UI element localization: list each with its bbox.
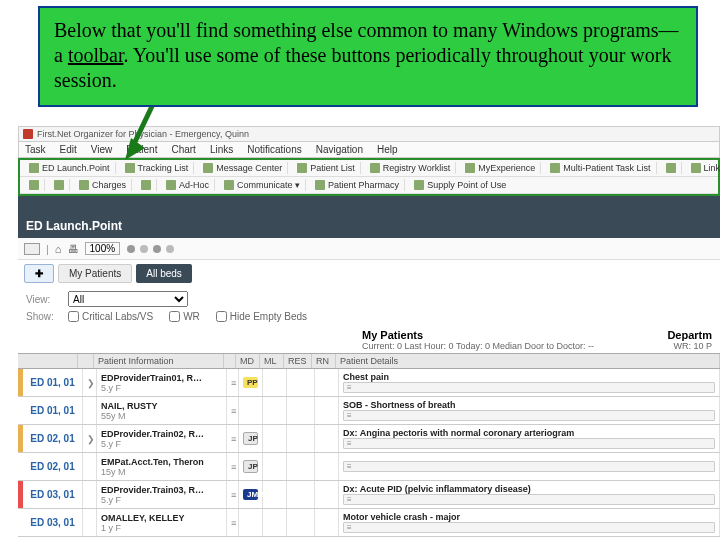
col-patient-info: Patient Information (94, 354, 224, 368)
patient-tabs: ✚ My Patients All beds (18, 260, 720, 287)
menu-view[interactable]: View (91, 144, 113, 155)
svg-marker-1 (125, 138, 145, 160)
res-cell (287, 397, 315, 424)
callout-underlined: toolbar (68, 44, 124, 66)
ml-cell (263, 397, 287, 424)
table-row[interactable]: ED 01, 01❯EDProviderTrain01, R…5.y F≡PPC… (18, 369, 720, 397)
multi-icon (550, 163, 560, 173)
details-cell: Motor vehicle crash - major≡ (339, 509, 720, 536)
menu-help[interactable]: Help (377, 144, 398, 155)
toolbar-row-2: Charges Ad-Hoc Communicate ▾ Patient Pha… (20, 177, 718, 194)
rn-cell (315, 481, 339, 508)
toolbar-registry-worklist[interactable]: Registry Worklist (365, 162, 456, 174)
expand-chevron-icon[interactable]: ❯ (83, 369, 97, 396)
ml-cell (263, 509, 287, 536)
table-row[interactable]: ED 03, 01EDProvider.Train03, R…5.y F≡JMR… (18, 481, 720, 509)
toolbar-tracking-list[interactable]: Tracking List (120, 162, 195, 174)
table-row[interactable]: ED 02, 01EMPat.Acct.Ten, Theron15y M≡JP≡ (18, 453, 720, 481)
expand-chevron-icon[interactable]: ❯ (83, 425, 97, 452)
tab-my-patients[interactable]: My Patients (58, 264, 132, 283)
ml-cell (263, 481, 287, 508)
view-label: View: (26, 294, 62, 305)
menu-task[interactable]: Task (25, 144, 46, 155)
expand-chevron-icon[interactable] (83, 453, 97, 480)
tab-all-beds[interactable]: All beds (136, 264, 192, 283)
section-header: ED Launch.Point (18, 214, 720, 238)
toolbar-patient-pharmacy[interactable]: Patient Pharmacy (310, 179, 405, 191)
pill-icon (315, 180, 325, 190)
menubar: Task Edit View Patient Chart Links Notif… (18, 142, 720, 158)
money-icon (79, 180, 89, 190)
dashboard-icon (29, 163, 39, 173)
toolbar-dropdown[interactable] (136, 179, 157, 191)
user-icon (29, 180, 39, 190)
ml-cell (263, 425, 287, 452)
nav-sep: | (46, 243, 49, 255)
link-icon (691, 163, 701, 173)
table-row[interactable]: ED 03, 01OMALLEY, KELLEY1 y F≡Motor vehi… (18, 509, 720, 537)
toolbar-ed-launchpoint[interactable]: ED Launch.Point (24, 162, 116, 174)
md-cell: JP (239, 453, 263, 480)
toolbar-screen[interactable] (49, 179, 70, 191)
people-icon (297, 163, 307, 173)
details-cell: SOB - Shortness of breath≡ (339, 397, 720, 424)
expand-chevron-icon[interactable] (83, 397, 97, 424)
toolbar-overflow-1[interactable] (661, 162, 682, 174)
res-cell (287, 509, 315, 536)
col-flag (224, 354, 236, 368)
toolbar-communicate[interactable]: Communicate ▾ (219, 179, 306, 191)
toolbar-charges[interactable]: Charges (74, 179, 132, 191)
room-cell: ED 01, 01 (23, 397, 83, 424)
toolbar-adhoc[interactable]: Ad-Hoc (161, 179, 215, 191)
view-select[interactable]: All (68, 291, 188, 307)
rn-cell (315, 509, 339, 536)
col-rn: RN (312, 354, 336, 368)
menu-edit[interactable]: Edit (60, 144, 77, 155)
toolbar-myexperience[interactable]: MyExperience (460, 162, 541, 174)
toolbar-row-1: ED Launch.Point Tracking List Message Ce… (20, 160, 718, 177)
toolbar-patient-list[interactable]: Patient List (292, 162, 361, 174)
patient-info-cell: EDProvider.Train02, R…5.y F (97, 425, 227, 452)
menu-navigation[interactable]: Navigation (316, 144, 363, 155)
table-row[interactable]: ED 02, 01❯EDProvider.Train02, R…5.y F≡JP… (18, 425, 720, 453)
menu-chart[interactable]: Chart (171, 144, 195, 155)
md-cell: PP (239, 369, 263, 396)
clipboard-icon (370, 163, 380, 173)
flag-cell: ≡ (227, 425, 239, 452)
patient-info-cell: OMALLEY, KELLEY1 y F (97, 509, 227, 536)
expand-chevron-icon[interactable] (83, 509, 97, 536)
col-ml: ML (260, 354, 284, 368)
md-cell (239, 397, 263, 424)
dropdown-icon (141, 180, 151, 190)
cb-wr[interactable]: WR (169, 311, 200, 322)
toolbar-message-center[interactable]: Message Center (198, 162, 288, 174)
table-row[interactable]: ED 01, 01NAIL, RUSTY55y M≡SOB - Shortnes… (18, 397, 720, 425)
show-label: Show: (26, 311, 62, 322)
toolbar-links[interactable]: Links (686, 162, 720, 174)
zoom-level[interactable]: 100% (85, 242, 121, 255)
nav-print-icon[interactable]: 🖶 (68, 243, 79, 255)
details-cell: ≡ (339, 453, 720, 480)
toolbar-supply-point[interactable]: Supply Point of Use (409, 179, 511, 191)
expand-chevron-icon[interactable] (83, 481, 97, 508)
dot-icon (140, 245, 148, 253)
control-bar: | ⌂ 🖶 100% (18, 238, 720, 260)
col-blank (78, 354, 94, 368)
flag-cell: ≡ (227, 453, 239, 480)
details-cell: Chest pain≡ (339, 369, 720, 396)
nav-home-icon[interactable]: ⌂ (55, 243, 62, 255)
res-cell (287, 453, 315, 480)
toolbar-user[interactable] (24, 179, 45, 191)
md-cell: JP (239, 425, 263, 452)
patient-grid: Patient Information MD ML RES RN Patient… (18, 353, 720, 537)
cb-critical[interactable]: Critical Labs/VS (68, 311, 153, 322)
instruction-callout: Below that you'll find something else co… (38, 6, 698, 107)
refresh-button[interactable] (24, 243, 40, 255)
add-tab-button[interactable]: ✚ (24, 264, 54, 283)
toolbar-multi-patient-task-list[interactable]: Multi-Patient Task List (545, 162, 656, 174)
menu-notifications[interactable]: Notifications (247, 144, 301, 155)
more-icon (666, 163, 676, 173)
md-cell: JMR (239, 481, 263, 508)
menu-links[interactable]: Links (210, 144, 233, 155)
cb-hide-empty[interactable]: Hide Empty Beds (216, 311, 307, 322)
